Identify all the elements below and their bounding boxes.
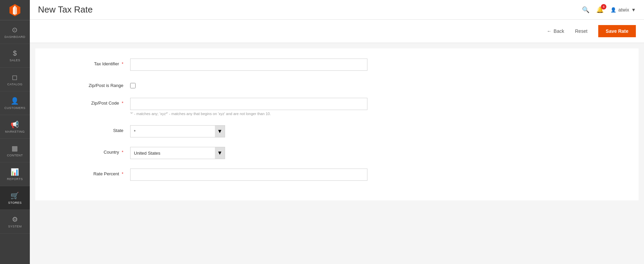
sidebar-item-label: CONTENT <box>7 154 23 157</box>
sidebar-item-label: CUSTOMERS <box>4 106 25 110</box>
required-marker: * <box>122 150 123 155</box>
dashboard-icon: ⊙ <box>12 26 18 34</box>
sidebar-item-label: CATALOG <box>7 83 22 86</box>
system-icon: ⚙ <box>12 215 18 223</box>
country-select[interactable]: United States <box>130 147 225 159</box>
sidebar-item-label: REPORTS <box>7 177 23 181</box>
reports-icon: 📊 <box>11 168 19 176</box>
zip-code-label: Zip/Post Code * <box>49 98 130 106</box>
zip-range-checkbox[interactable] <box>130 83 136 88</box>
user-icon: 👤 <box>610 7 616 13</box>
tax-identifier-input[interactable] <box>130 59 367 71</box>
main-content: New Tax Rate 🔍 🔔 6 👤 atwix ▼ ← Back Rese… <box>30 0 644 264</box>
rate-percent-row: Rate Percent * <box>49 169 625 181</box>
rate-percent-input[interactable] <box>130 169 367 181</box>
country-row: Country * United States ▼ <box>49 147 625 159</box>
reset-label: Reset <box>575 28 587 34</box>
state-label: State <box>49 125 130 133</box>
sidebar-item-label: MARKETING <box>5 130 25 133</box>
back-label: Back <box>554 28 564 34</box>
catalog-icon: ◻ <box>12 73 18 81</box>
tax-identifier-field <box>130 59 367 71</box>
back-button[interactable]: ← Back <box>547 28 564 34</box>
sidebar-item-label: DASHBOARD <box>4 35 25 39</box>
required-marker: * <box>122 61 123 66</box>
sidebar-item-sales[interactable]: $ SALES <box>0 44 30 68</box>
tax-identifier-label: Tax Identifier * <box>49 59 130 66</box>
state-row: State * ▼ <box>49 125 625 137</box>
sidebar: ⊙ DASHBOARD $ SALES ◻ CATALOG 👤 CUSTOMER… <box>0 0 30 264</box>
customers-icon: 👤 <box>11 97 19 105</box>
required-marker: * <box>122 171 123 176</box>
zip-range-label: Zip/Post is Range <box>49 80 130 88</box>
country-field: United States ▼ <box>130 147 367 159</box>
sidebar-logo <box>0 0 30 20</box>
sidebar-item-label: SYSTEM <box>8 225 22 228</box>
save-label: Save Rate <box>606 28 628 34</box>
save-rate-button[interactable]: Save Rate <box>598 25 636 37</box>
sidebar-item-system[interactable]: ⚙ SYSTEM <box>0 210 30 234</box>
arrow-left-icon: ← <box>547 28 551 34</box>
sidebar-item-dashboard[interactable]: ⊙ DASHBOARD <box>0 20 30 44</box>
content-icon: ▦ <box>12 144 18 152</box>
sidebar-item-customers[interactable]: 👤 CUSTOMERS <box>0 91 30 115</box>
zip-code-field: '*' - matches any; 'xyz*' - matches any … <box>130 98 367 116</box>
sidebar-item-stores[interactable]: 🛒 STORES <box>0 186 30 210</box>
notifications-button[interactable]: 🔔 6 <box>596 6 604 14</box>
sidebar-item-catalog[interactable]: ◻ CATALOG <box>0 68 30 91</box>
page-title: New Tax Rate <box>38 4 93 15</box>
sidebar-item-reports[interactable]: 📊 REPORTS <box>0 162 30 186</box>
user-name: atwix <box>618 7 629 13</box>
top-header: New Tax Rate 🔍 🔔 6 👤 atwix ▼ <box>30 0 644 20</box>
sidebar-item-label: STORES <box>8 201 22 204</box>
sales-icon: $ <box>13 49 17 57</box>
sidebar-item-content[interactable]: ▦ CONTENT <box>0 139 30 162</box>
reset-button[interactable]: Reset <box>569 26 593 37</box>
sidebar-item-marketing[interactable]: 📢 MARKETING <box>0 115 30 139</box>
stores-icon: 🛒 <box>11 192 19 200</box>
tax-rate-form: Tax Identifier * Zip/Post is Range Zip/P… <box>35 48 639 200</box>
zip-code-row: Zip/Post Code * '*' - matches any; 'xyz*… <box>49 98 625 116</box>
search-button[interactable]: 🔍 <box>582 6 589 14</box>
zip-range-field <box>130 80 367 88</box>
rate-percent-label: Rate Percent * <box>49 169 130 176</box>
required-marker: * <box>122 101 123 106</box>
marketing-icon: 📢 <box>11 120 19 129</box>
zip-range-row: Zip/Post is Range <box>49 80 625 88</box>
user-menu[interactable]: 👤 atwix ▼ <box>610 7 636 13</box>
rate-percent-field <box>130 169 367 181</box>
country-select-wrapper: United States ▼ <box>130 147 225 159</box>
tax-identifier-row: Tax Identifier * <box>49 59 625 71</box>
search-icon: 🔍 <box>582 6 589 13</box>
toolbar: ← Back Reset Save Rate <box>30 20 644 43</box>
country-label: Country * <box>49 147 130 155</box>
state-field: * ▼ <box>130 125 367 137</box>
chevron-down-icon: ▼ <box>631 7 636 13</box>
magento-logo-icon <box>8 3 22 17</box>
sidebar-item-label: SALES <box>9 59 20 62</box>
state-select-wrapper: * ▼ <box>130 125 225 137</box>
notification-badge: 6 <box>601 4 606 9</box>
state-select[interactable]: * <box>130 125 225 137</box>
header-actions: 🔍 🔔 6 👤 atwix ▼ <box>582 6 636 14</box>
zip-code-input[interactable] <box>130 98 367 110</box>
zip-hint: '*' - matches any; 'xyz*' - matches any … <box>130 112 367 116</box>
